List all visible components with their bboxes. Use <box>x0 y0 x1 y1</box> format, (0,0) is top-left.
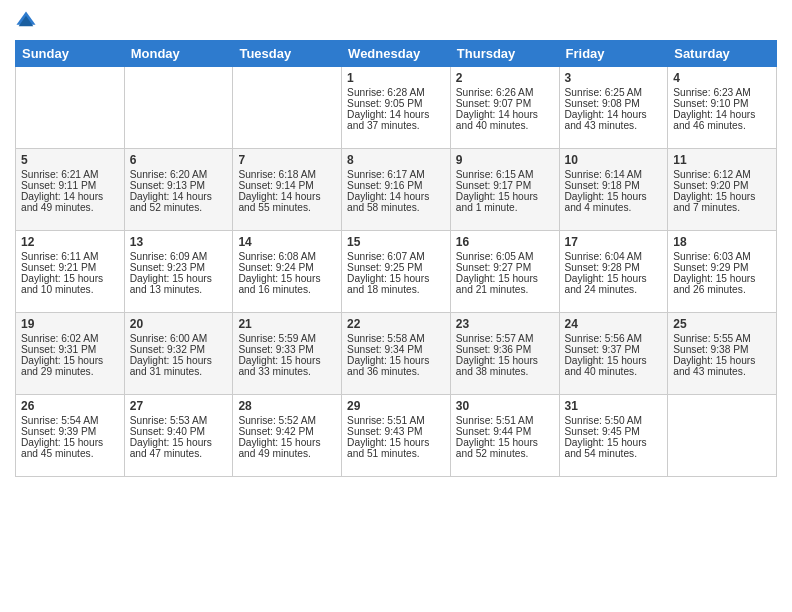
day-info: Sunset: 9:38 PM <box>673 344 771 355</box>
calendar-cell: 30Sunrise: 5:51 AMSunset: 9:44 PMDayligh… <box>450 395 559 477</box>
day-info: Daylight: 15 hours and 16 minutes. <box>238 273 336 295</box>
day-info: Sunset: 9:28 PM <box>565 262 663 273</box>
day-number: 8 <box>347 153 445 167</box>
day-info: Sunset: 9:24 PM <box>238 262 336 273</box>
day-info: Sunrise: 5:54 AM <box>21 415 119 426</box>
day-info: Daylight: 15 hours and 49 minutes. <box>238 437 336 459</box>
day-number: 11 <box>673 153 771 167</box>
calendar-cell: 24Sunrise: 5:56 AMSunset: 9:37 PMDayligh… <box>559 313 668 395</box>
day-info: Sunrise: 6:08 AM <box>238 251 336 262</box>
day-info: Sunrise: 5:51 AM <box>456 415 554 426</box>
day-info: Sunset: 9:25 PM <box>347 262 445 273</box>
day-info: Sunset: 9:27 PM <box>456 262 554 273</box>
day-info: Sunset: 9:21 PM <box>21 262 119 273</box>
day-info: Sunset: 9:23 PM <box>130 262 228 273</box>
day-info: Sunrise: 5:55 AM <box>673 333 771 344</box>
calendar-cell: 31Sunrise: 5:50 AMSunset: 9:45 PMDayligh… <box>559 395 668 477</box>
day-info: Sunrise: 5:53 AM <box>130 415 228 426</box>
day-info: Sunrise: 6:23 AM <box>673 87 771 98</box>
calendar-cell: 15Sunrise: 6:07 AMSunset: 9:25 PMDayligh… <box>342 231 451 313</box>
weekday-header-wednesday: Wednesday <box>342 41 451 67</box>
day-number: 12 <box>21 235 119 249</box>
day-number: 16 <box>456 235 554 249</box>
day-info: Sunset: 9:36 PM <box>456 344 554 355</box>
day-info: Sunset: 9:45 PM <box>565 426 663 437</box>
day-number: 14 <box>238 235 336 249</box>
day-info: Sunrise: 5:56 AM <box>565 333 663 344</box>
day-info: Daylight: 15 hours and 21 minutes. <box>456 273 554 295</box>
day-number: 22 <box>347 317 445 331</box>
calendar-cell: 3Sunrise: 6:25 AMSunset: 9:08 PMDaylight… <box>559 67 668 149</box>
day-number: 6 <box>130 153 228 167</box>
day-info: Daylight: 14 hours and 58 minutes. <box>347 191 445 213</box>
day-info: Daylight: 15 hours and 10 minutes. <box>21 273 119 295</box>
day-info: Sunrise: 6:21 AM <box>21 169 119 180</box>
calendar-cell: 4Sunrise: 6:23 AMSunset: 9:10 PMDaylight… <box>668 67 777 149</box>
calendar-cell <box>668 395 777 477</box>
calendar-cell: 17Sunrise: 6:04 AMSunset: 9:28 PMDayligh… <box>559 231 668 313</box>
weekday-header-thursday: Thursday <box>450 41 559 67</box>
calendar-cell: 21Sunrise: 5:59 AMSunset: 9:33 PMDayligh… <box>233 313 342 395</box>
day-info: Daylight: 14 hours and 40 minutes. <box>456 109 554 131</box>
day-info: Sunrise: 6:02 AM <box>21 333 119 344</box>
header <box>15 10 777 32</box>
logo <box>15 10 41 32</box>
calendar-cell: 16Sunrise: 6:05 AMSunset: 9:27 PMDayligh… <box>450 231 559 313</box>
calendar-cell: 23Sunrise: 5:57 AMSunset: 9:36 PMDayligh… <box>450 313 559 395</box>
day-info: Sunrise: 6:04 AM <box>565 251 663 262</box>
day-info: Sunrise: 6:18 AM <box>238 169 336 180</box>
day-info: Sunset: 9:43 PM <box>347 426 445 437</box>
day-info: Daylight: 14 hours and 43 minutes. <box>565 109 663 131</box>
calendar-table: SundayMondayTuesdayWednesdayThursdayFrid… <box>15 40 777 477</box>
day-number: 15 <box>347 235 445 249</box>
calendar-cell: 18Sunrise: 6:03 AMSunset: 9:29 PMDayligh… <box>668 231 777 313</box>
day-number: 3 <box>565 71 663 85</box>
day-info: Sunset: 9:05 PM <box>347 98 445 109</box>
day-number: 20 <box>130 317 228 331</box>
day-info: Sunrise: 6:12 AM <box>673 169 771 180</box>
day-info: Daylight: 15 hours and 43 minutes. <box>673 355 771 377</box>
calendar-cell: 27Sunrise: 5:53 AMSunset: 9:40 PMDayligh… <box>124 395 233 477</box>
day-info: Sunrise: 6:11 AM <box>21 251 119 262</box>
day-info: Sunrise: 6:00 AM <box>130 333 228 344</box>
calendar-cell: 20Sunrise: 6:00 AMSunset: 9:32 PMDayligh… <box>124 313 233 395</box>
day-info: Sunrise: 6:03 AM <box>673 251 771 262</box>
day-info: Daylight: 15 hours and 54 minutes. <box>565 437 663 459</box>
day-info: Sunset: 9:10 PM <box>673 98 771 109</box>
day-info: Daylight: 15 hours and 31 minutes. <box>130 355 228 377</box>
day-info: Daylight: 15 hours and 4 minutes. <box>565 191 663 213</box>
calendar-cell: 8Sunrise: 6:17 AMSunset: 9:16 PMDaylight… <box>342 149 451 231</box>
day-info: Daylight: 15 hours and 24 minutes. <box>565 273 663 295</box>
weekday-header-sunday: Sunday <box>16 41 125 67</box>
weekday-header-saturday: Saturday <box>668 41 777 67</box>
day-info: Sunset: 9:44 PM <box>456 426 554 437</box>
day-info: Sunrise: 6:07 AM <box>347 251 445 262</box>
day-info: Sunset: 9:08 PM <box>565 98 663 109</box>
day-number: 30 <box>456 399 554 413</box>
calendar-cell: 9Sunrise: 6:15 AMSunset: 9:17 PMDaylight… <box>450 149 559 231</box>
day-info: Sunrise: 5:59 AM <box>238 333 336 344</box>
day-info: Sunset: 9:16 PM <box>347 180 445 191</box>
calendar-cell: 29Sunrise: 5:51 AMSunset: 9:43 PMDayligh… <box>342 395 451 477</box>
week-row-1: 5Sunrise: 6:21 AMSunset: 9:11 PMDaylight… <box>16 149 777 231</box>
day-number: 19 <box>21 317 119 331</box>
calendar-cell: 12Sunrise: 6:11 AMSunset: 9:21 PMDayligh… <box>16 231 125 313</box>
day-info: Sunrise: 5:51 AM <box>347 415 445 426</box>
day-info: Daylight: 15 hours and 36 minutes. <box>347 355 445 377</box>
weekday-header-row: SundayMondayTuesdayWednesdayThursdayFrid… <box>16 41 777 67</box>
day-number: 18 <box>673 235 771 249</box>
day-number: 29 <box>347 399 445 413</box>
calendar-cell: 6Sunrise: 6:20 AMSunset: 9:13 PMDaylight… <box>124 149 233 231</box>
week-row-4: 26Sunrise: 5:54 AMSunset: 9:39 PMDayligh… <box>16 395 777 477</box>
day-info: Daylight: 14 hours and 37 minutes. <box>347 109 445 131</box>
week-row-0: 1Sunrise: 6:28 AMSunset: 9:05 PMDaylight… <box>16 67 777 149</box>
day-info: Daylight: 15 hours and 29 minutes. <box>21 355 119 377</box>
day-info: Daylight: 14 hours and 52 minutes. <box>130 191 228 213</box>
day-info: Sunset: 9:17 PM <box>456 180 554 191</box>
calendar-cell: 2Sunrise: 6:26 AMSunset: 9:07 PMDaylight… <box>450 67 559 149</box>
calendar-cell <box>233 67 342 149</box>
day-info: Sunset: 9:29 PM <box>673 262 771 273</box>
day-number: 24 <box>565 317 663 331</box>
day-number: 9 <box>456 153 554 167</box>
day-number: 23 <box>456 317 554 331</box>
